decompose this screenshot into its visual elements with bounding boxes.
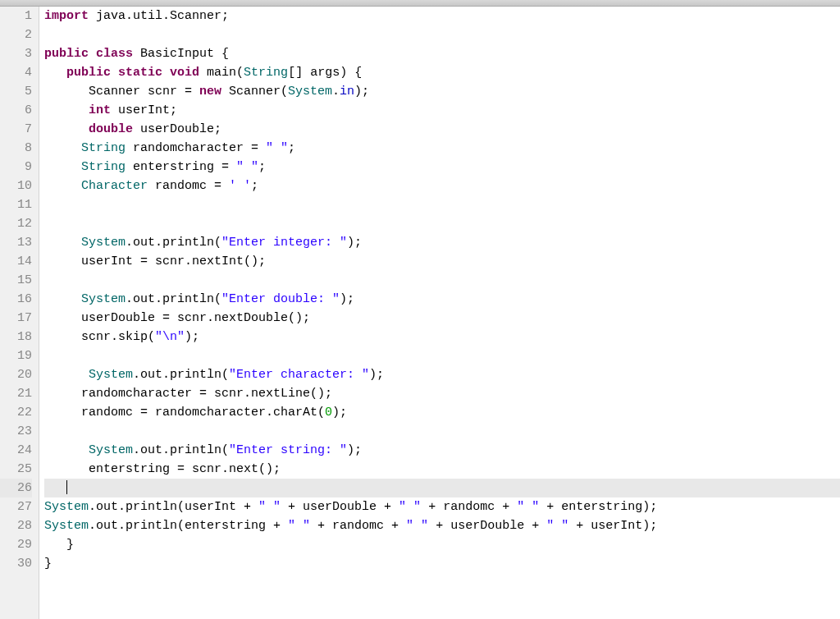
line-number: 4: [0, 63, 32, 82]
code-token-plain: [44, 103, 89, 117]
code-line[interactable]: }: [44, 554, 840, 573]
code-line[interactable]: double userDouble;: [44, 120, 840, 139]
code-token-str: " ": [399, 500, 421, 514]
code-token-plain: .out.println(userInt +: [89, 500, 258, 514]
code-line[interactable]: String enterstring = " ";: [44, 158, 840, 177]
code-line[interactable]: [44, 271, 840, 290]
line-number: 21: [0, 384, 32, 403]
code-line[interactable]: System.out.println("Enter integer: ");: [44, 233, 840, 252]
code-token-plain: randomcharacter =: [126, 141, 266, 155]
code-token-str: "Enter string: ": [229, 443, 347, 457]
code-token-type: System: [89, 368, 133, 382]
line-number: 12: [0, 214, 32, 233]
code-line[interactable]: System.out.println("Enter string: ");: [44, 441, 840, 460]
code-token-plain: scnr.skip(: [44, 330, 155, 344]
code-token-fld: in: [340, 85, 354, 99]
line-number: 9: [0, 158, 32, 177]
code-line[interactable]: System.out.println("Enter character: ");: [44, 365, 840, 384]
code-token-plain: [44, 481, 66, 495]
code-line[interactable]: int userInt;: [44, 101, 840, 120]
code-token-plain: .out.println(: [126, 236, 221, 250]
toolbar-strip: [0, 0, 840, 7]
code-token-plain: + randomc +: [421, 500, 517, 514]
code-line[interactable]: import java.util.Scanner;: [44, 7, 840, 25]
code-token-plain: [44, 292, 81, 306]
line-number: 25: [0, 460, 32, 479]
line-number: 1: [0, 7, 32, 25]
code-line[interactable]: public class BasicInput {: [44, 44, 840, 63]
code-token-plain: + userDouble +: [428, 519, 546, 533]
code-line[interactable]: randomc = randomcharacter.charAt(0);: [44, 403, 840, 422]
code-line[interactable]: userDouble = scnr.nextDouble();: [44, 309, 840, 328]
code-token-str: ' ': [229, 179, 251, 193]
code-line[interactable]: String randomcharacter = " ";: [44, 139, 840, 158]
code-line[interactable]: [44, 422, 840, 441]
code-token-type: Character: [81, 179, 148, 193]
code-token-plain: [44, 160, 81, 174]
line-number: 27: [0, 497, 32, 516]
code-token-kw: public: [44, 47, 89, 61]
code-line[interactable]: userInt = scnr.nextInt();: [44, 252, 840, 271]
line-number: 7: [0, 120, 32, 139]
code-token-plain: );: [185, 330, 199, 344]
code-token-type: String: [81, 141, 126, 155]
code-token-kw: public: [66, 66, 111, 80]
code-token-type: System: [44, 519, 89, 533]
code-token-plain: .out.println(enterstring +: [89, 519, 288, 533]
code-line[interactable]: enterstring = scnr.next();: [44, 460, 840, 479]
code-line[interactable]: randomcharacter = scnr.nextLine();: [44, 384, 840, 403]
code-token-type: System: [44, 500, 89, 514]
code-line[interactable]: Scanner scnr = new Scanner(System.in);: [44, 82, 840, 101]
code-token-str: "Enter integer: ": [221, 236, 347, 250]
code-line[interactable]: public static void main(String[] args) {: [44, 63, 840, 82]
line-number: 3: [0, 44, 32, 63]
code-line[interactable]: System.out.println(enterstring + " " + r…: [44, 516, 840, 535]
code-token-plain: [111, 66, 118, 80]
line-number: 8: [0, 139, 32, 158]
code-line[interactable]: [44, 214, 840, 233]
code-token-num: 0: [325, 406, 332, 420]
line-number: 2: [0, 25, 32, 44]
line-number-gutter: 1234567891011121314151617181920212223242…: [0, 7, 39, 619]
code-line[interactable]: Character randomc = ' ';: [44, 177, 840, 195]
code-token-plain: enterstring = scnr.next();: [44, 462, 281, 476]
code-token-plain: [44, 179, 81, 193]
code-token-plain: [44, 66, 66, 80]
code-token-plain: [162, 66, 170, 80]
code-line[interactable]: [44, 479, 840, 497]
line-number: 10: [0, 177, 32, 195]
line-number: 14: [0, 252, 32, 271]
code-token-kw: int: [89, 103, 111, 117]
code-token-kw: class: [96, 47, 133, 61]
code-line[interactable]: }: [44, 535, 840, 554]
line-number: 17: [0, 309, 32, 328]
code-token-plain: userInt;: [111, 103, 177, 117]
code-line[interactable]: [44, 25, 840, 44]
code-token-plain: [89, 47, 96, 61]
line-number: 16: [0, 290, 32, 309]
code-token-plain: [44, 443, 89, 457]
code-token-plain: randomc = randomcharacter.charAt(: [44, 406, 325, 420]
line-number: 26: [0, 479, 32, 497]
code-token-type: System: [81, 292, 126, 306]
code-line[interactable]: scnr.skip("\n");: [44, 328, 840, 346]
code-line[interactable]: System.out.println(userInt + " " + userD…: [44, 497, 840, 516]
line-number: 18: [0, 328, 32, 346]
code-token-plain: );: [332, 406, 347, 420]
code-token-kw: import: [44, 9, 89, 23]
code-token-str: " ": [546, 519, 568, 533]
line-number: 24: [0, 441, 32, 460]
code-area[interactable]: import java.util.Scanner;public class Ba…: [39, 7, 840, 619]
code-token-plain: Scanner(: [221, 85, 288, 99]
code-token-kw: void: [170, 66, 199, 80]
code-line[interactable]: [44, 195, 840, 214]
code-line[interactable]: System.out.println("Enter double: ");: [44, 290, 840, 309]
code-token-plain: .: [332, 85, 340, 99]
code-line[interactable]: [44, 346, 840, 365]
code-token-type: System: [89, 443, 133, 457]
code-token-plain: + enterstring);: [539, 500, 657, 514]
line-number: 19: [0, 346, 32, 365]
code-token-plain: [44, 236, 81, 250]
code-token-str: "Enter double: ": [221, 292, 340, 306]
code-editor[interactable]: 1234567891011121314151617181920212223242…: [0, 7, 840, 619]
